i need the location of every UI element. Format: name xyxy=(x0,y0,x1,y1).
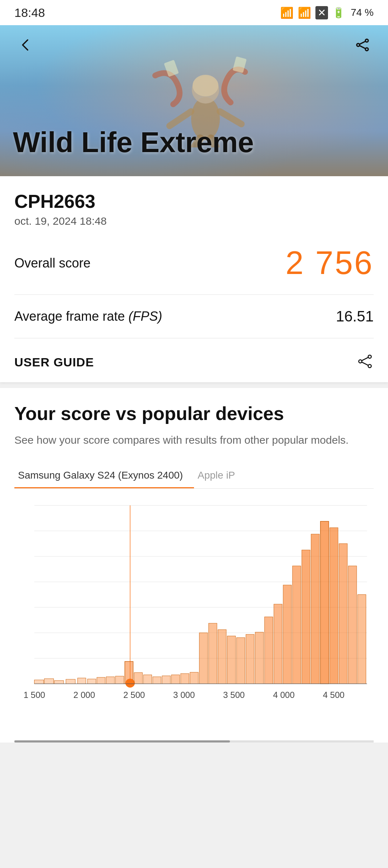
svg-rect-36 xyxy=(78,678,86,684)
comparison-chart: 1 500 2 000 2 500 3 000 3 500 4 000 4 50… xyxy=(14,489,374,740)
svg-line-18 xyxy=(362,362,368,365)
svg-rect-28 xyxy=(34,680,44,684)
svg-rect-30 xyxy=(44,679,54,684)
user-guide-button[interactable]: USER GUIDE xyxy=(14,355,94,369)
svg-rect-89 xyxy=(320,521,329,684)
fps-unit: (FPS) xyxy=(129,309,162,324)
status-time: 18:48 xyxy=(14,6,45,20)
svg-rect-34 xyxy=(66,680,75,684)
card-footer: USER GUIDE xyxy=(14,353,374,371)
svg-rect-67 xyxy=(218,630,226,684)
svg-rect-95 xyxy=(348,566,357,684)
svg-point-14 xyxy=(368,355,371,358)
svg-rect-44 xyxy=(115,676,124,684)
comparison-section: Your score vs popular devices See how yo… xyxy=(0,388,388,743)
svg-rect-97 xyxy=(358,595,366,684)
back-button[interactable] xyxy=(13,32,38,58)
svg-rect-79 xyxy=(274,604,282,684)
status-bar: 18:48 📶 📶 ✕ 🔋 74 % xyxy=(0,0,388,25)
svg-point-48 xyxy=(125,679,135,688)
svg-rect-57 xyxy=(171,675,180,684)
hero-title: Wild Life Extreme xyxy=(13,127,375,158)
svg-line-13 xyxy=(360,46,365,49)
svg-rect-32 xyxy=(54,681,64,684)
comparison-tabs: Samsung Galaxy S24 (Exynos 2400) Apple i… xyxy=(14,462,374,489)
svg-point-2 xyxy=(193,75,218,96)
battery-text: 74 % xyxy=(351,7,374,18)
svg-rect-59 xyxy=(181,674,189,684)
svg-rect-53 xyxy=(153,677,161,684)
svg-text:4 500: 4 500 xyxy=(323,691,345,700)
device-name: CPH2663 xyxy=(14,191,374,212)
histogram-svg: 1 500 2 000 2 500 3 000 3 500 4 000 4 50… xyxy=(14,496,374,719)
svg-line-12 xyxy=(360,41,365,44)
overall-score-value: 2 756 xyxy=(286,245,374,282)
svg-rect-61 xyxy=(190,672,198,684)
svg-rect-63 xyxy=(199,633,208,684)
share-button[interactable] xyxy=(350,32,375,58)
svg-rect-91 xyxy=(330,528,338,684)
svg-text:3 000: 3 000 xyxy=(173,691,195,700)
svg-line-4 xyxy=(220,111,241,124)
fps-label: Average frame rate (FPS) xyxy=(14,309,162,324)
bluetooth-icon: 📶 xyxy=(280,6,294,19)
fps-value: 16.51 xyxy=(336,308,374,325)
svg-text:2 500: 2 500 xyxy=(123,691,145,700)
svg-rect-69 xyxy=(227,636,236,684)
svg-rect-65 xyxy=(209,623,217,684)
tab-samsung[interactable]: Samsung Galaxy S24 (Exynos 2400) xyxy=(14,462,194,488)
svg-text:4 000: 4 000 xyxy=(273,691,295,700)
svg-rect-55 xyxy=(162,676,170,684)
svg-rect-75 xyxy=(255,632,263,684)
comparison-subtitle: See how your score compares with results… xyxy=(14,432,374,448)
result-card: CPH2663 oct. 19, 2024 18:48 Overall scor… xyxy=(0,176,388,382)
overall-score-row: Overall score 2 756 xyxy=(14,245,374,295)
svg-line-17 xyxy=(362,357,368,361)
svg-text:2 000: 2 000 xyxy=(73,691,95,700)
svg-rect-42 xyxy=(106,677,115,684)
svg-rect-83 xyxy=(292,566,301,684)
result-share-button[interactable] xyxy=(356,353,374,371)
svg-point-16 xyxy=(368,365,371,368)
svg-rect-71 xyxy=(237,638,245,684)
svg-rect-40 xyxy=(97,677,105,684)
svg-text:1 500: 1 500 xyxy=(23,691,45,700)
svg-rect-87 xyxy=(311,534,319,684)
svg-point-15 xyxy=(359,360,362,363)
tab-apple[interactable]: Apple iP xyxy=(194,462,374,488)
svg-rect-73 xyxy=(246,635,254,684)
hero-nav xyxy=(0,32,388,58)
svg-line-3 xyxy=(170,111,191,126)
svg-rect-51 xyxy=(143,675,152,684)
svg-rect-49 xyxy=(134,673,142,684)
svg-rect-93 xyxy=(339,544,347,684)
svg-rect-77 xyxy=(264,617,273,684)
svg-text:3 500: 3 500 xyxy=(223,691,245,700)
signal-icon: ✕ xyxy=(315,6,328,19)
horizontal-scrollbar[interactable] xyxy=(14,740,374,743)
hero-section: Wild Life Extreme xyxy=(0,25,388,176)
scrollbar-thumb[interactable] xyxy=(14,740,230,743)
overall-score-label: Overall score xyxy=(14,256,91,271)
comparison-title: Your score vs popular devices xyxy=(14,402,374,425)
status-icons: 📶 📶 ✕ 🔋 74 % xyxy=(280,6,374,19)
svg-rect-85 xyxy=(302,550,310,684)
device-date: oct. 19, 2024 18:48 xyxy=(14,215,374,227)
svg-rect-38 xyxy=(88,679,96,684)
svg-rect-81 xyxy=(283,585,291,684)
fps-row: Average frame rate (FPS) 16.51 xyxy=(14,308,374,338)
wifi-icon: 📶 xyxy=(298,6,311,19)
battery-icon: 🔋 xyxy=(332,7,345,19)
